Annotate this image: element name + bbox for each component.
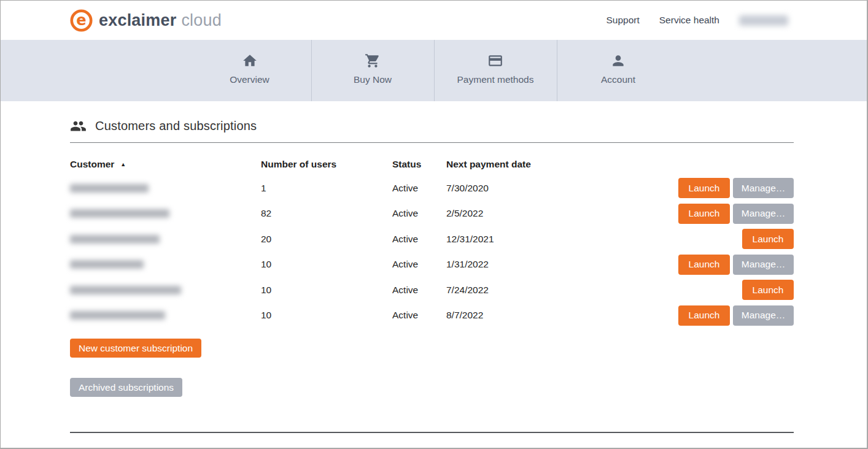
status-cell: Active — [392, 310, 446, 321]
table-row: 10Active8/7/2022LaunchManage… — [70, 303, 794, 329]
launch-button[interactable]: Launch — [678, 178, 730, 198]
sort-asc-icon: ▲ — [120, 162, 126, 167]
person-icon — [610, 53, 626, 69]
status-cell: Active — [392, 259, 446, 270]
credit-card-icon — [487, 53, 503, 69]
customer-name-redacted — [70, 209, 169, 218]
actions-cell: Launch — [677, 229, 794, 249]
column-header-next-payment: Next payment date — [446, 159, 677, 170]
new-customer-subscription-button[interactable]: New customer subscription — [70, 339, 201, 358]
users-cell: 10 — [261, 259, 392, 270]
launch-button[interactable]: Launch — [742, 280, 794, 300]
nav-tab-account[interactable]: Account — [557, 40, 680, 101]
column-header-status: Status — [392, 159, 446, 170]
status-cell: Active — [392, 234, 446, 245]
service-health-link[interactable]: Service health — [659, 15, 719, 26]
nav-tab-label: Payment methods — [457, 74, 534, 85]
nav-tab-buy-now[interactable]: Buy Now — [311, 40, 434, 101]
users-cell: 20 — [261, 234, 392, 245]
manage-button[interactable]: Manage… — [733, 305, 794, 326]
next-payment-cell: 8/7/2022 — [446, 310, 677, 321]
home-icon — [242, 53, 258, 69]
next-payment-cell: 7/30/2020 — [446, 183, 677, 194]
table-row: 10Active7/24/2022Launch — [70, 277, 794, 303]
users-cell: 10 — [261, 285, 392, 296]
customer-name-redacted — [70, 286, 181, 294]
svg-text:e: e — [76, 12, 86, 29]
launch-button[interactable]: Launch — [678, 305, 730, 326]
status-cell: Active — [392, 183, 446, 194]
exclaimer-logo-icon: e — [70, 9, 93, 32]
brand-name: exclaimer — [99, 11, 176, 30]
table-row: 20Active12/31/2021Launch — [70, 226, 794, 252]
launch-button[interactable]: Launch — [742, 229, 794, 249]
nav-tab-label: Account — [601, 74, 635, 85]
users-cell: 10 — [261, 310, 392, 321]
customer-name-redacted — [70, 184, 149, 193]
support-link[interactable]: Support — [606, 15, 639, 26]
cart-icon — [365, 53, 381, 69]
customer-name-cell — [70, 286, 261, 294]
manage-button[interactable]: Manage… — [733, 178, 794, 198]
users-cell: 1 — [261, 183, 392, 194]
customer-name-redacted — [70, 235, 160, 244]
actions-cell: Launch — [677, 280, 794, 300]
launch-button[interactable]: Launch — [678, 204, 730, 224]
table-row: 1Active7/30/2020LaunchManage… — [70, 175, 794, 201]
next-payment-cell: 2/5/2022 — [446, 208, 677, 219]
page-title: Customers and subscriptions — [95, 119, 257, 133]
nav-tab-payment-methods[interactable]: Payment methods — [434, 40, 557, 101]
nav-tab-overview[interactable]: Overview — [188, 40, 311, 101]
title-divider — [70, 142, 794, 143]
next-payment-cell: 7/24/2022 — [446, 285, 677, 296]
header-links: Support Service health — [606, 15, 788, 26]
status-cell: Active — [392, 285, 446, 296]
top-header: e exclaimer cloud Support Service health — [1, 1, 867, 40]
customer-name-cell — [70, 311, 261, 320]
nav-tab-label: Overview — [230, 74, 269, 85]
customers-group-icon — [70, 118, 87, 134]
brand-logo: e exclaimer cloud — [70, 9, 222, 32]
customer-name-redacted — [70, 260, 144, 269]
customer-name-cell — [70, 260, 261, 269]
column-header-customer[interactable]: Customer ▲ — [70, 159, 261, 170]
user-menu-redacted[interactable] — [739, 15, 788, 26]
customer-name-cell — [70, 235, 261, 244]
subscriptions-table: Customer ▲ Number of users Status Next p… — [70, 153, 794, 328]
next-payment-cell: 12/31/2021 — [446, 234, 677, 245]
brand-suffix: cloud — [181, 11, 222, 30]
actions-cell: LaunchManage… — [677, 204, 794, 224]
archived-subscriptions-button[interactable]: Archived subscriptions — [70, 378, 182, 397]
table-row: 82Active2/5/2022LaunchManage… — [70, 201, 794, 227]
manage-button[interactable]: Manage… — [733, 255, 794, 275]
brand-text: exclaimer cloud — [99, 11, 222, 30]
manage-button[interactable]: Manage… — [733, 204, 794, 224]
actions-cell: LaunchManage… — [677, 255, 794, 275]
status-cell: Active — [392, 208, 446, 219]
launch-button[interactable]: Launch — [678, 255, 730, 275]
actions-cell: LaunchManage… — [677, 178, 794, 198]
main-nav: OverviewBuy NowPayment methodsAccount — [1, 40, 867, 101]
table-row: 10Active1/31/2022LaunchManage… — [70, 252, 794, 278]
next-payment-cell: 1/31/2022 — [446, 259, 677, 270]
actions-cell: LaunchManage… — [677, 305, 794, 326]
users-cell: 82 — [261, 208, 392, 219]
customer-header-label: Customer — [70, 159, 114, 170]
table-header-row: Customer ▲ Number of users Status Next p… — [70, 153, 794, 175]
customer-name-cell — [70, 209, 261, 218]
nav-tab-label: Buy Now — [354, 74, 392, 85]
customer-name-redacted — [70, 311, 165, 320]
bottom-divider — [70, 432, 794, 433]
column-header-users: Number of users — [261, 159, 392, 170]
main-content: Customers and subscriptions Customer ▲ N… — [70, 101, 794, 433]
page-title-row: Customers and subscriptions — [70, 118, 794, 134]
customer-name-cell — [70, 184, 261, 193]
